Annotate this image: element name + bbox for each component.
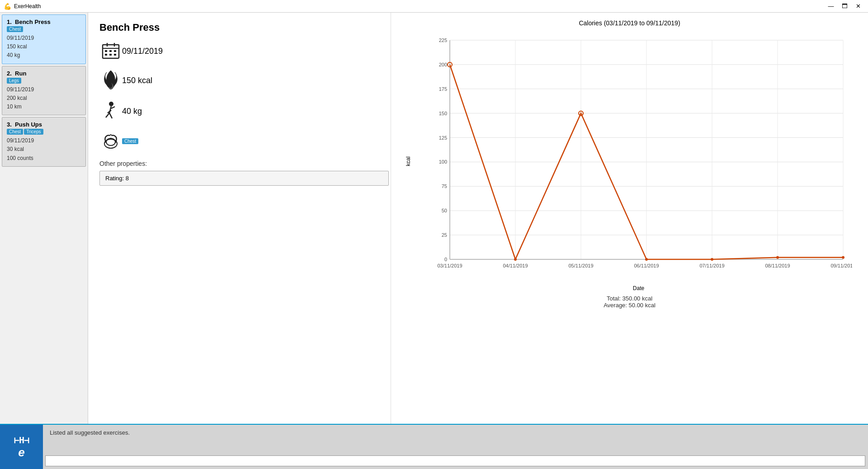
svg-rect-9 bbox=[114, 54, 116, 56]
svg-rect-5 bbox=[109, 50, 112, 52]
chart-panel: Calories (03/11/2019 to 09/11/2019) kcal… bbox=[391, 13, 868, 424]
app-icon: 💪 bbox=[4, 3, 11, 10]
minimize-button[interactable]: — bbox=[825, 1, 837, 11]
svg-point-58 bbox=[711, 258, 713, 261]
calendar-icon bbox=[99, 42, 122, 61]
calories-row: 150 kcal bbox=[99, 70, 379, 91]
svg-rect-4 bbox=[105, 50, 107, 52]
chart-total: Total: 350.00 kcal bbox=[400, 295, 859, 302]
main-content: 1. Bench Press Chest 09/11/2019150 kcal4… bbox=[0, 13, 868, 424]
svg-line-14 bbox=[111, 107, 115, 108]
svg-text:07/11/2019: 07/11/2019 bbox=[699, 263, 724, 268]
bottom-bar: ⊢H⊣ e Listed all suggested exercises. bbox=[0, 424, 868, 469]
tag-legs: Legs bbox=[7, 78, 21, 84]
command-input[interactable] bbox=[45, 455, 865, 466]
muscle-row: Chest bbox=[99, 131, 379, 151]
svg-line-12 bbox=[106, 113, 109, 117]
svg-rect-7 bbox=[105, 54, 107, 56]
svg-text:06/11/2019: 06/11/2019 bbox=[634, 263, 659, 268]
rating-box: Rating: 8 bbox=[99, 171, 389, 186]
detail-date: 09/11/2019 bbox=[122, 47, 163, 56]
svg-text:08/11/2019: 08/11/2019 bbox=[765, 263, 790, 268]
svg-text:50: 50 bbox=[442, 208, 447, 213]
svg-text:75: 75 bbox=[442, 183, 447, 189]
app-logo: ⊢H⊣ e bbox=[0, 425, 43, 469]
close-button[interactable]: ✕ bbox=[852, 1, 864, 11]
detail-panel: Bench Press 09/11/2019 bbox=[88, 13, 391, 424]
svg-point-57 bbox=[645, 258, 648, 261]
sidebar: 1. Bench Press Chest 09/11/2019150 kcal4… bbox=[0, 13, 88, 424]
tag-chest: Chest bbox=[7, 129, 23, 135]
detail-title: Bench Press bbox=[99, 22, 379, 33]
item-title-1: 2. Run bbox=[7, 70, 81, 77]
other-props-section: Other properties: Rating: 8 bbox=[99, 160, 379, 186]
line-chart: 025507510012515017520022503/11/201904/11… bbox=[425, 31, 852, 284]
status-message: Listed all suggested exercises. bbox=[50, 429, 861, 436]
svg-text:150: 150 bbox=[439, 111, 447, 116]
svg-text:04/11/2019: 04/11/2019 bbox=[503, 263, 528, 268]
logo-symbol: ⊢H⊣ bbox=[14, 435, 29, 446]
svg-text:0: 0 bbox=[444, 257, 447, 262]
sidebar-item-1[interactable]: 2. Run Legs 09/11/2019200 kcal10 km bbox=[2, 66, 86, 116]
sidebar-item-2[interactable]: 3. Push Ups ChestTriceps 09/11/201930 kc… bbox=[2, 117, 86, 167]
svg-point-60 bbox=[842, 256, 844, 259]
maximize-button[interactable]: 🗖 bbox=[838, 1, 851, 11]
muscle-icon bbox=[99, 131, 122, 151]
title-bar: 💪 ExerHealth — 🗖 ✕ bbox=[0, 0, 868, 13]
app-title: ExerHealth bbox=[14, 3, 825, 9]
svg-point-59 bbox=[776, 256, 779, 259]
x-axis-label: Date bbox=[425, 285, 852, 291]
svg-text:05/11/2019: 05/11/2019 bbox=[568, 263, 593, 268]
svg-rect-6 bbox=[114, 50, 116, 52]
flame-icon bbox=[99, 70, 122, 91]
svg-point-10 bbox=[109, 102, 113, 106]
svg-text:03/11/2019: 03/11/2019 bbox=[437, 263, 462, 268]
svg-text:09/11/2019: 09/11/2019 bbox=[830, 263, 852, 268]
weight-row: 40 kg bbox=[99, 100, 379, 122]
tag-chest: Chest bbox=[7, 26, 23, 32]
svg-rect-8 bbox=[109, 54, 112, 56]
sidebar-item-0[interactable]: 1. Bench Press Chest 09/11/2019150 kcal4… bbox=[2, 14, 86, 64]
tag-triceps: Triceps bbox=[24, 129, 43, 135]
item-title-2: 3. Push Ups bbox=[7, 121, 81, 128]
svg-text:25: 25 bbox=[442, 232, 447, 238]
detail-weight: 40 kg bbox=[122, 107, 142, 116]
svg-text:100: 100 bbox=[439, 159, 447, 164]
muscle-tag: Chest bbox=[122, 138, 138, 144]
svg-text:125: 125 bbox=[439, 135, 447, 141]
chart-title: Calories (03/11/2019 to 09/11/2019) bbox=[400, 19, 859, 27]
svg-text:225: 225 bbox=[439, 38, 447, 43]
logo-letter: e bbox=[14, 446, 29, 460]
detail-calories: 150 kcal bbox=[122, 76, 152, 85]
svg-point-55 bbox=[514, 258, 517, 261]
svg-text:175: 175 bbox=[439, 86, 447, 92]
date-row: 09/11/2019 bbox=[99, 42, 379, 61]
chart-container: kcal 025507510012515017520022503/11/2019… bbox=[425, 31, 852, 291]
y-axis-label: kcal bbox=[405, 156, 411, 166]
other-props-label: Other properties: bbox=[99, 160, 379, 167]
chart-average: Average: 50.00 kcal bbox=[400, 302, 859, 309]
chart-summary: Total: 350.00 kcal Average: 50.00 kcal bbox=[400, 295, 859, 309]
svg-text:200: 200 bbox=[439, 62, 447, 67]
svg-line-13 bbox=[109, 113, 112, 118]
weight-icon bbox=[99, 100, 122, 122]
window-controls: — 🗖 ✕ bbox=[825, 1, 864, 11]
item-title-0: 1. Bench Press bbox=[7, 19, 81, 25]
